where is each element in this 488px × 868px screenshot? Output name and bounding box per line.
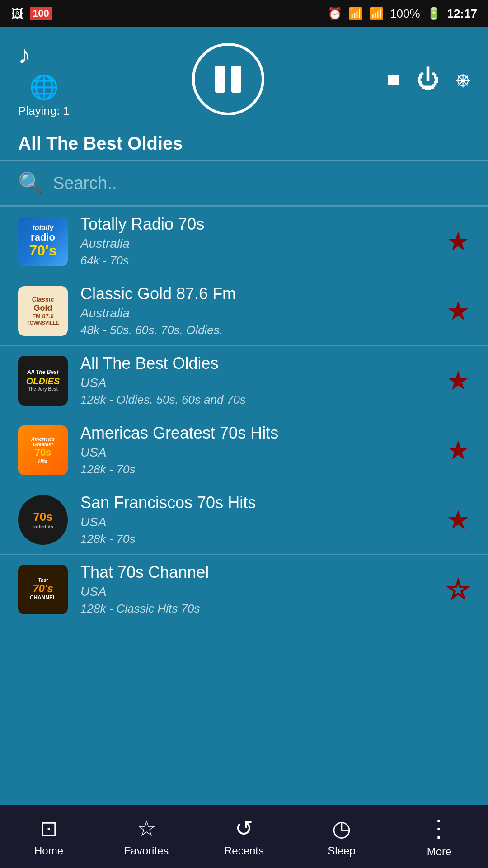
playing-label: Playing: 1 <box>18 104 70 118</box>
station-item[interactable]: Classic Gold FM 87.6 TOWNSVILLE Classic … <box>0 276 488 345</box>
station-details: 128k - 70s <box>80 462 437 476</box>
recents-label: Recents <box>224 844 264 857</box>
radio-icon: 100 <box>30 7 52 20</box>
nav-sleep[interactable]: ◷ Sleep <box>293 805 390 868</box>
globe-icon[interactable]: 🌐 <box>29 74 59 101</box>
pause-button[interactable] <box>192 43 264 115</box>
nav-favorites[interactable]: ☆ Favorites <box>98 805 195 868</box>
station-details: 128k - Oldies. 50s. 60s and 70s <box>80 393 437 407</box>
station-name: Totally Radio 70s <box>80 215 437 234</box>
station-name: Americas Greatest 70s Hits <box>80 424 437 443</box>
station-logo: All The Best OLDIES The Very Best <box>18 356 68 406</box>
sleep-label: Sleep <box>328 844 355 857</box>
controls-right: ■ ⏻ ⎈ <box>387 66 470 93</box>
nav-recents[interactable]: ↺ Recents <box>195 805 293 868</box>
search-input[interactable] <box>53 174 470 193</box>
signal-icon: 📶 <box>369 7 384 21</box>
station-name: San Franciscos 70s Hits <box>80 493 437 512</box>
status-bar: 🖼 100 ⏰ 📶 📶 100% 🔋 12:17 <box>0 0 488 27</box>
station-country: USA <box>80 515 437 529</box>
station-logo: totally radio 70's <box>18 217 68 266</box>
player-header: ♪ 🌐 Playing: 1 ■ ⏻ ⎈ <box>0 27 488 127</box>
station-info: Totally Radio 70s Australia 64k - 70s <box>80 215 437 268</box>
station-details: 64k - 70s <box>80 254 437 268</box>
station-logo: 70s radiohits <box>18 495 68 545</box>
search-bar: 🔍 <box>0 161 488 205</box>
bottom-nav: ⊡ Home ☆ Favorites ↺ Recents ◷ Sleep ⋮ M… <box>0 805 488 868</box>
station-logo: America's Greatest 70s Hits <box>18 425 68 475</box>
favorites-label: Favorites <box>124 844 169 857</box>
now-playing-text: All The Best Oldies <box>18 133 470 154</box>
station-details: 128k - 70s <box>80 532 437 546</box>
station-country: Australia <box>80 306 437 321</box>
favorite-star[interactable]: ★ <box>446 226 470 257</box>
alarm-icon: ⏰ <box>328 7 342 21</box>
controls-row: ♪ 🌐 Playing: 1 ■ ⏻ ⎈ <box>18 40 470 118</box>
nav-more[interactable]: ⋮ More <box>390 805 488 868</box>
station-info: Americas Greatest 70s Hits USA 128k - 70… <box>80 424 437 476</box>
nav-home[interactable]: ⊡ Home <box>0 805 98 868</box>
clock: 12:17 <box>447 7 478 21</box>
favorite-star[interactable]: ★ <box>446 505 470 535</box>
station-info: San Franciscos 70s Hits USA 128k - 70s <box>80 493 437 546</box>
station-item[interactable]: 70s radiohits San Franciscos 70s Hits US… <box>0 485 488 554</box>
wifi-icon: 📶 <box>348 7 363 21</box>
photo-icon: 🖼 <box>11 6 23 21</box>
favorite-star[interactable]: ★ <box>446 435 470 466</box>
now-playing-title-bar: All The Best Oldies <box>0 127 488 160</box>
favorite-star[interactable]: ☆ <box>446 574 470 605</box>
pause-icon <box>215 66 241 93</box>
recents-icon: ↺ <box>235 816 253 841</box>
favorite-star[interactable]: ★ <box>446 365 470 396</box>
globe-group: 🌐 Playing: 1 <box>18 74 70 118</box>
station-country: USA <box>80 585 437 599</box>
station-item[interactable]: That 70's CHANNEL That 70s Channel USA 1… <box>0 554 488 624</box>
station-name: That 70s Channel <box>80 563 437 582</box>
music-icon[interactable]: ♪ <box>18 40 31 69</box>
station-details: 128k - Classic Hits 70s <box>80 602 437 616</box>
home-icon: ⊡ <box>40 816 58 841</box>
station-item[interactable]: All The Best OLDIES The Very Best All Th… <box>0 345 488 415</box>
sleep-icon: ◷ <box>332 816 351 841</box>
station-country: Australia <box>80 236 437 251</box>
station-details: 48k - 50s. 60s. 70s. Oldies. <box>80 323 437 337</box>
station-logo: That 70's CHANNEL <box>18 565 68 614</box>
station-list: totally radio 70's Totally Radio 70s Aus… <box>0 206 488 802</box>
station-info: Classic Gold 87.6 Fm Australia 48k - 50s… <box>80 284 437 337</box>
more-label: More <box>427 845 452 858</box>
search-icon: 🔍 <box>18 171 44 195</box>
favorite-star[interactable]: ★ <box>446 296 470 326</box>
battery-icon: 🔋 <box>427 7 441 21</box>
station-info: All The Best Oldies USA 128k - Oldies. 5… <box>80 354 437 407</box>
station-info: That 70s Channel USA 128k - Classic Hits… <box>80 563 437 616</box>
station-name: All The Best Oldies <box>80 354 437 373</box>
station-country: USA <box>80 445 437 460</box>
station-item[interactable]: totally radio 70's Totally Radio 70s Aus… <box>0 206 488 276</box>
favorites-icon: ☆ <box>137 816 156 841</box>
home-label: Home <box>34 844 63 857</box>
power-button[interactable]: ⏻ <box>416 66 440 93</box>
more-icon: ⋮ <box>427 815 451 842</box>
stop-button[interactable]: ■ <box>387 66 400 91</box>
battery-percentage: 100% <box>390 7 420 21</box>
status-right: ⏰ 📶 📶 100% 🔋 12:17 <box>328 7 477 21</box>
share-button[interactable]: ⎈ <box>456 66 470 93</box>
station-name: Classic Gold 87.6 Fm <box>80 284 437 303</box>
status-left: 🖼 100 <box>11 6 52 21</box>
station-logo: Classic Gold FM 87.6 TOWNSVILLE <box>18 286 68 336</box>
station-country: USA <box>80 376 437 390</box>
station-item[interactable]: America's Greatest 70s Hits Americas Gre… <box>0 415 488 485</box>
